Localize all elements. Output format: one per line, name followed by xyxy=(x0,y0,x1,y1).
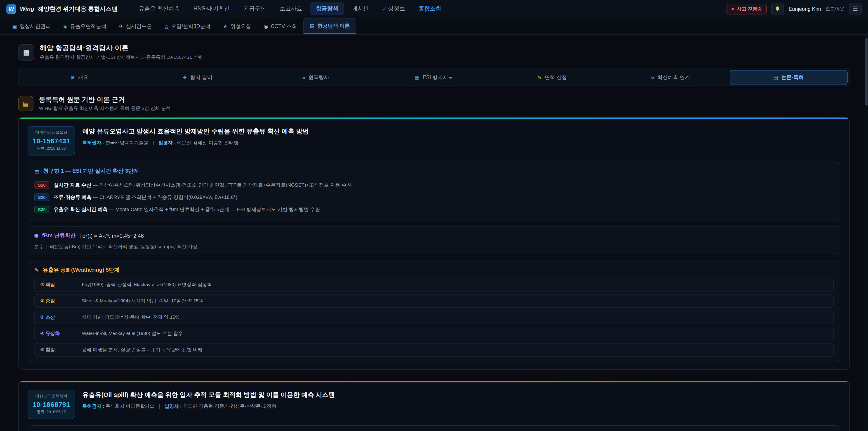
subnav-label: CCTV 조회 xyxy=(271,23,297,30)
subnav-label: 오염/선박3D분석 xyxy=(171,23,211,30)
patent-number: 10-1567431 xyxy=(33,137,70,145)
bell-icon xyxy=(775,6,781,12)
nav-item-integrated-search[interactable]: 통합조회 xyxy=(413,2,447,16)
tab-label: 원격탐사 xyxy=(308,74,329,81)
subnav-label: 유출유면적분석 xyxy=(70,23,106,30)
claim-step-s10: S10 실시간 자료 수신 — 기상예측시스템·위성영상수신시스템·검조소 인터… xyxy=(34,179,834,191)
page-title: 해양 항공탐색·원격탐사 이론 xyxy=(40,44,203,53)
page-document-icon: ▤ xyxy=(18,44,34,60)
tab-remote-sensing[interactable]: ≈ 원격탐사 xyxy=(257,70,375,85)
tab-esi-map[interactable]: ▦ ESI 방제지도 xyxy=(375,70,493,85)
tab-overview[interactable]: ⊕ 개요 xyxy=(20,70,138,85)
page-subtitle: 유출유 원격탐지·항공감시 기법·ESI 방제정보지도·등록특허 10-1567… xyxy=(40,54,203,61)
step-badge-s30: S30 xyxy=(34,206,49,213)
incident-dot-icon xyxy=(732,7,734,10)
logout-button[interactable]: 로그아웃 xyxy=(826,6,844,12)
step-desc: — CHARRY모델 조화분석 + 취송류 경험식(0.029×Vw, θw+1… xyxy=(93,194,237,200)
book-icon: ▤ xyxy=(773,74,778,81)
step-name: 유출유 확산 실시간 예측 xyxy=(54,207,107,212)
subnav-item-pollution-ship-3d[interactable]: △ 오염/선박3D분석 xyxy=(159,18,216,34)
nav-item-hns-atmospheric[interactable]: HNS·대기확산 xyxy=(188,2,236,16)
weathering-desc: Stiver & Mackay(1984) 해석적 방법, 수일~10일간 약 … xyxy=(82,298,203,304)
tab-papers-patents[interactable]: ▤ 논문·특허 xyxy=(730,70,848,85)
step-desc: — 기상예측시스템·위성영상수신시스템·검조소 인터넷 연결, FTP로 기상자… xyxy=(93,182,351,188)
step-name: 실시간 자료 수신 xyxy=(54,182,91,188)
scrollbar-thumb[interactable] xyxy=(865,38,868,106)
patent-1-header: 대한민국 등록특허 10-1567431 등록: 2015.11.03 해양 유… xyxy=(28,126,840,155)
optimization-box: ⚙ 입자 추적 모듈 최적화 5단계 (a) 뜰개 관측+예측자료 취득: GP… xyxy=(28,425,840,431)
patent-number: 10-1868791 xyxy=(33,400,70,408)
page-header: ▤ 해양 항공탐색·원격탐사 이론 유출유 원격탐지·항공감시 기법·ESI 방… xyxy=(18,44,850,61)
patent-country-label: 대한민국 등록특허 xyxy=(33,394,70,399)
nav-item-reports[interactable]: 보고자료 xyxy=(274,2,308,16)
nav-item-board[interactable]: 게시판 xyxy=(346,2,375,16)
patent-1-number-badge: 대한민국 등록특허 10-1567431 등록: 2015.11.03 xyxy=(28,126,75,155)
theory-tabbar: ⊕ 개요 ✈ 탐지 장비 ≈ 원격탐사 ▦ ESI 방제지도 ✎ 면적 산정 ∞… xyxy=(18,68,850,87)
claim-1-title: 청구항 1 — ESI 기반 실시간 확산 3단계 xyxy=(43,167,139,175)
holder-label: 특허권자 : xyxy=(82,140,104,145)
subnav-item-oil-area-analysis[interactable]: ◈ 유출유면적분석 xyxy=(58,18,112,34)
link-icon: ∞ xyxy=(651,75,654,80)
subnav-item-cctv-view[interactable]: ◉ CCTV 조회 xyxy=(258,18,303,34)
weathering-row-dispersion: ③ 소산 쇄파 기반, 파도에너지·용승 함수, 전체 약 15% xyxy=(34,311,834,324)
tab-detection-equipment[interactable]: ✈ 탐지 장비 xyxy=(138,70,257,85)
nav-item-emergency-rescue[interactable]: 긴급구난 xyxy=(238,2,272,16)
subnav-item-satellite-request[interactable]: ★ 위성요청 xyxy=(217,18,257,34)
step-badge-s20: S20 xyxy=(34,193,49,201)
weathering-label: ⑤ 침강 xyxy=(40,347,82,353)
patent-book-icon: ▤ xyxy=(18,96,33,111)
subnav-label: 영상사진관리 xyxy=(20,23,51,30)
step-name: 조류·취송류 예측 xyxy=(54,194,92,200)
tab-label: 탐지 장비 xyxy=(190,74,212,81)
notification-button[interactable] xyxy=(772,2,784,15)
patent-2-number-badge: 대한민국 등록특허 10-1868791 등록: 2018.06.12 xyxy=(28,390,75,419)
subnav-item-aerial-search-theory[interactable]: ▤ 항공탐색 이론 xyxy=(304,18,356,34)
weathering-label: ③ 소산 xyxy=(40,314,82,320)
claim-step-s20: S20 조류·취송류 예측 — CHARRY모델 조화분석 + 취송류 경험식(… xyxy=(34,191,834,204)
purple-dot-icon xyxy=(34,234,38,238)
drone-icon: ✈ xyxy=(119,23,123,29)
inventors-label: 발명자 : xyxy=(158,140,176,145)
nav-item-weather-info[interactable]: 기상정보 xyxy=(377,2,411,16)
claim-book-icon: ▤ xyxy=(34,168,39,174)
incident-status-badge[interactable]: 사고 진행중 xyxy=(726,3,767,14)
weathering-row-emulsification: ④ 유상화 Water-in-oil, Mackay et al.(1980) … xyxy=(34,327,834,340)
ship-3d-icon: △ xyxy=(164,23,168,29)
globe-icon: ⊕ xyxy=(70,74,74,81)
tab-label: 개요 xyxy=(78,74,88,81)
nav-item-aerial-search[interactable]: 항공탐색 xyxy=(310,2,344,16)
patent-reg-date: 등록: 2015.11.03 xyxy=(33,146,70,151)
topbar-right-cluster: 사고 진행중 Eunjeong Kim 로그아웃 ☰ xyxy=(726,2,862,15)
weathering-row-sedimentation: ⑤ 침강 용해·미생물 분해, 질량 손실률 = 초기 누유량에 선형 비례 xyxy=(34,343,834,357)
area-analysis-icon: ◈ xyxy=(64,23,67,29)
subnav-item-realtime-drone[interactable]: ✈ 실시간드론 xyxy=(113,18,158,34)
photo-icon: ▣ xyxy=(12,23,17,29)
pencil-icon: ✎ xyxy=(34,267,39,273)
step-desc: — Monte Carlo 입자추적 + fBm 난류확산 + 풍화 5단계 →… xyxy=(109,207,320,212)
user-name: Eunjeong Kim xyxy=(789,6,821,11)
fbm-box: fBm 난류확산 | σ²(t) = A·tᵐ, m=0.45~2.46 분수 … xyxy=(28,226,840,255)
tab-area-calculation[interactable]: ✎ 면적 산정 xyxy=(493,70,611,85)
section-header: ▤ 등록특허 원문 기반 이론 근거 WING 탑재 유출유 확산예측 시스템의… xyxy=(18,95,850,112)
tab-prediction-link[interactable]: ∞ 확산예측 연계 xyxy=(611,70,730,85)
scrollbar-track[interactable] xyxy=(865,35,868,431)
patent-2-header: 대한민국 등록특허 10-1868791 등록: 2018.06.12 유출유(… xyxy=(28,390,840,419)
wave-icon: ≈ xyxy=(303,75,305,80)
weathering-box: ✎ 유출유 풍화(Weathering) 5단계 ① 퍼짐 Fay(1969):… xyxy=(28,261,840,362)
top-navigation-bar: W Wing 해양환경 위기대응 통합시스템 유출유 확산예측 HNS·대기확산… xyxy=(0,0,868,18)
patent-2-title: 유출유(Oil spill) 확산 예측을 위한 입자 추적 모듈 최적화 방법… xyxy=(82,391,335,399)
menu-button[interactable]: ☰ xyxy=(849,2,862,15)
weathering-label: ④ 유상화 xyxy=(40,331,82,337)
cctv-icon: ◉ xyxy=(264,23,268,29)
subnav-label: 항공탐색 이론 xyxy=(317,23,350,29)
inventors-value: 김도연·김용혁·김종기·김성문·박상문·오정환 xyxy=(183,403,276,409)
fbm-title: fBm 난류확산 xyxy=(42,232,76,240)
map-icon: ▦ xyxy=(415,74,420,81)
inventors-label: 발명자 : xyxy=(164,403,182,409)
subnav-item-image-photo-mgmt[interactable]: ▣ 영상사진관리 xyxy=(6,18,57,34)
pencil-icon: ✎ xyxy=(537,74,541,81)
nav-item-oil-spill-prediction[interactable]: 유출유 확산예측 xyxy=(133,2,186,16)
patent-country-label: 대한민국 등록특허 xyxy=(33,130,70,135)
app-logo[interactable]: W Wing 해양환경 위기대응 통합시스템 xyxy=(6,4,118,14)
weathering-row-evaporation: ② 증발 Stiver & Mackay(1984) 해석적 방법, 수일~10… xyxy=(34,294,834,308)
